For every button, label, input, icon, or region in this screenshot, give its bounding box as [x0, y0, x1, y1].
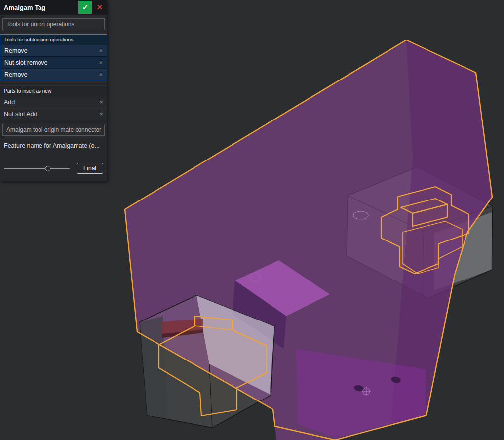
union-tools-placeholder: Tools for union operations	[6, 21, 74, 28]
subtraction-item[interactable]: Remove ×	[0, 44, 107, 56]
list-item-label: Add	[4, 99, 15, 106]
feature-name-field[interactable]: Feature name for Amalgamate (o...	[4, 142, 103, 149]
subtraction-item[interactable]: Nut slot remove ×	[0, 56, 107, 68]
union-tools-field[interactable]: Tools for union operations	[2, 18, 105, 30]
remove-item-icon[interactable]: ×	[99, 47, 103, 54]
final-button[interactable]: Final	[77, 163, 103, 174]
list-item-label: Nut slot Add	[4, 111, 37, 118]
cancel-button[interactable]: ✕	[95, 3, 104, 12]
app-window: Amalgam Tag ✓ ✕ Tools for union operatio…	[0, 0, 504, 440]
slider-thumb[interactable]	[45, 166, 51, 171]
slider-track[interactable]	[4, 168, 70, 169]
remove-item-icon[interactable]: ×	[99, 59, 103, 66]
amalgam-dialog: Amalgam Tag ✓ ✕ Tools for union operatio…	[0, 0, 107, 181]
check-icon: ✓	[82, 3, 89, 12]
insert-item[interactable]: Add ×	[0, 96, 107, 108]
insert-group-label: Parts to insert as new	[0, 86, 107, 96]
remove-item-icon[interactable]: ×	[99, 98, 103, 106]
subtraction-item[interactable]: Remove ×	[0, 68, 107, 80]
insert-item[interactable]: Nut slot Add ×	[0, 108, 107, 120]
insert-group[interactable]: Parts to insert as new Add × Nut slot Ad…	[0, 85, 107, 120]
dialog-title: Amalgam Tag	[4, 4, 78, 11]
remove-item-icon[interactable]: ×	[99, 110, 103, 118]
list-item-label: Remove	[4, 47, 28, 54]
close-icon: ✕	[96, 3, 103, 11]
list-item-label: Nut slot remove	[4, 59, 48, 66]
dialog-footer: Final	[0, 155, 107, 180]
list-item-label: Remove	[4, 71, 28, 78]
subtraction-group-label: Tools for subtraction operations	[0, 35, 107, 44]
subtraction-group[interactable]: Tools for subtraction operations Remove …	[0, 34, 107, 80]
mate-connector-placeholder: Amalgam tool origin mate connector	[6, 126, 101, 133]
accept-button[interactable]: ✓	[78, 1, 92, 14]
mate-connector-field[interactable]: Amalgam tool origin mate connector	[2, 124, 105, 136]
remove-item-icon[interactable]: ×	[99, 71, 103, 78]
dialog-header[interactable]: Amalgam Tag ✓ ✕	[0, 0, 107, 15]
